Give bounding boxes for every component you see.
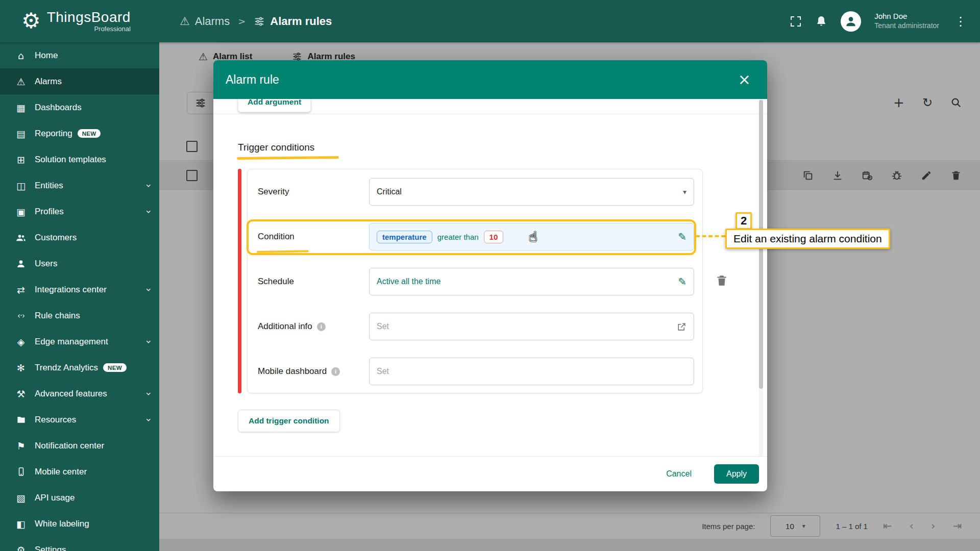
sidebar-item-users[interactable]: Users [0, 251, 159, 277]
chevron-down-icon: › [143, 418, 155, 422]
new-badge: NEW [103, 363, 127, 372]
dashboards-icon: ▦ [14, 102, 28, 113]
required-red-bar [238, 169, 241, 393]
chevron-down-icon: › [143, 210, 155, 214]
chevron-down-icon: › [143, 288, 155, 292]
flag-icon: ⚑ [14, 440, 28, 452]
close-icon[interactable]: × [734, 70, 755, 89]
sidebar-item-entities[interactable]: ◫ Entities › [0, 172, 159, 198]
reporting-icon: ▤ [14, 128, 28, 139]
caret-down-icon: ▾ [683, 188, 687, 196]
rule-chains-icon: ‹·› [14, 311, 28, 320]
delete-trigger-condition-icon[interactable] [715, 274, 728, 287]
sidebar-item-dashboards[interactable]: ▦ Dashboards [0, 94, 159, 120]
divider [213, 114, 767, 114]
home-icon: ⌂ [14, 50, 28, 61]
user-info: John Doe Tenant administrator [874, 12, 939, 30]
sidebar-item-mobile-center[interactable]: Mobile center [0, 459, 159, 485]
sidebar-item-notification-center[interactable]: ⚑ Notification center [0, 433, 159, 459]
notifications-bell-icon[interactable] [815, 15, 827, 28]
severity-row: Severity Critical ▾ [248, 169, 702, 214]
folder-icon [14, 415, 28, 424]
chevron-down-icon: › [143, 340, 155, 344]
dialog-header: Alarm rule × [213, 60, 767, 99]
edit-schedule-pencil-icon[interactable]: ✎ [678, 276, 687, 288]
sidebar-item-advanced-features[interactable]: ⚒ Advanced features › [0, 381, 159, 407]
sidebar-item-edge-management[interactable]: ◈ Edge management › [0, 329, 159, 355]
additional-info-row: Additional info i Set [248, 304, 702, 349]
edit-condition-pencil-icon[interactable]: ✎ [678, 231, 687, 243]
warning-icon: ⚠ [14, 76, 28, 87]
breadcrumb-page: Alarm rules [270, 15, 332, 28]
sidebar-item-customers[interactable]: Customers [0, 224, 159, 251]
add-argument-button[interactable]: Add argument [238, 99, 311, 112]
mobile-dashboard-label: Mobile dashboard i [258, 366, 369, 377]
thingsboard-logo-icon: ⚙ [21, 10, 41, 32]
dialog-title: Alarm rule [226, 73, 279, 87]
sidebar-item-api-usage[interactable]: ▧ API usage [0, 485, 159, 511]
new-badge: NEW [78, 129, 101, 138]
mobile-dashboard-row: Mobile dashboard i Set [248, 349, 702, 394]
sidebar-item-integrations-center[interactable]: ⇄ Integrations center › [0, 277, 159, 303]
fullscreen-icon[interactable] [790, 15, 802, 28]
callout-connector-line [696, 235, 725, 237]
open-in-new-icon[interactable] [677, 322, 687, 332]
condition-key-chip[interactable]: temperature [377, 231, 432, 243]
add-trigger-condition-button[interactable]: Add trigger condition [238, 410, 340, 432]
additional-info-label: Additional info i [258, 321, 369, 332]
user-icon [14, 259, 28, 269]
sidebar-item-resources[interactable]: Resources › [0, 407, 159, 433]
schedule-label: Schedule [258, 277, 369, 287]
yellow-marker-underline [257, 250, 309, 253]
sidebar-item-profiles[interactable]: ▣ Profiles › [0, 198, 159, 224]
brand-name: ThingsBoard [47, 10, 131, 24]
user-role: Tenant administrator [874, 21, 939, 31]
solution-templates-icon: ⊞ [14, 154, 28, 165]
yellow-marker-underline [237, 156, 339, 160]
profiles-icon: ▣ [14, 206, 28, 217]
cancel-button[interactable]: Cancel [661, 465, 697, 483]
sidebar-item-reporting[interactable]: ▤ Reporting NEW [0, 120, 159, 146]
gear-icon: ⚙ [14, 544, 28, 551]
kebab-menu-icon[interactable]: ⋮ [952, 14, 969, 29]
warning-icon: ⚠ [180, 15, 190, 28]
schedule-field[interactable]: Active all the time ✎ [369, 268, 694, 295]
dialog-body: Add argument Trigger conditions Severity… [213, 99, 767, 456]
info-icon: i [317, 322, 326, 331]
sidebar-item-solution-templates[interactable]: ⊞ Solution templates [0, 146, 159, 172]
sidebar-item-rule-chains[interactable]: ‹·› Rule chains [0, 303, 159, 329]
trigger-conditions-title: Trigger conditions [238, 142, 314, 153]
tune-icon [254, 16, 265, 27]
mobile-dashboard-field[interactable]: Set [369, 358, 694, 385]
chevron-down-icon: › [143, 184, 155, 188]
callout-step-number: 2 [736, 212, 752, 230]
trigger-condition-card: Severity Critical ▾ Condition temperatur… [247, 169, 703, 393]
sidebar-item-home[interactable]: ⌂ Home [0, 42, 159, 68]
condition-label: Condition [258, 232, 369, 242]
schedule-row: Schedule Active all the time ✎ [248, 259, 702, 304]
mouse-hand-cursor: ☝ [529, 229, 537, 244]
white-labeling-icon: ◧ [14, 518, 28, 530]
additional-info-field[interactable]: Set [369, 313, 694, 340]
customers-icon [14, 233, 28, 243]
condition-operation: greater than [437, 233, 479, 241]
dialog-footer: Cancel Apply [213, 456, 767, 491]
api-usage-icon: ▧ [14, 492, 28, 504]
apply-button[interactable]: Apply [714, 464, 759, 484]
user-name: John Doe [874, 12, 939, 21]
callout-tooltip: Edit an existing alarm condition [725, 229, 890, 249]
alarm-rule-dialog: Alarm rule × Add argument Trigger condit… [213, 60, 767, 491]
smartphone-icon [14, 467, 28, 477]
sidebar-item-trendz-analytics[interactable]: ✻ Trendz Analytics NEW [0, 355, 159, 381]
condition-row: Condition temperature greater than 10 ✎ [248, 214, 702, 259]
sidebar-item-white-labeling[interactable]: ◧ White labeling [0, 511, 159, 537]
top-header-bar: ⚙ ThingsBoard Professional ⚠ Alarms > Al… [0, 0, 980, 42]
severity-select[interactable]: Critical ▾ [369, 178, 694, 206]
brand-block[interactable]: ⚙ ThingsBoard Professional [0, 10, 159, 33]
sidebar-item-alarms[interactable]: ⚠ Alarms [0, 68, 159, 94]
sidebar-nav: ⌂ Home ⚠ Alarms ▦ Dashboards ▤ Reporting… [0, 42, 159, 551]
sidebar-item-settings[interactable]: ⚙ Settings [0, 537, 159, 551]
condition-value-chip[interactable]: 10 [484, 231, 504, 243]
breadcrumb-section[interactable]: Alarms [195, 15, 230, 28]
user-avatar[interactable] [841, 11, 861, 32]
